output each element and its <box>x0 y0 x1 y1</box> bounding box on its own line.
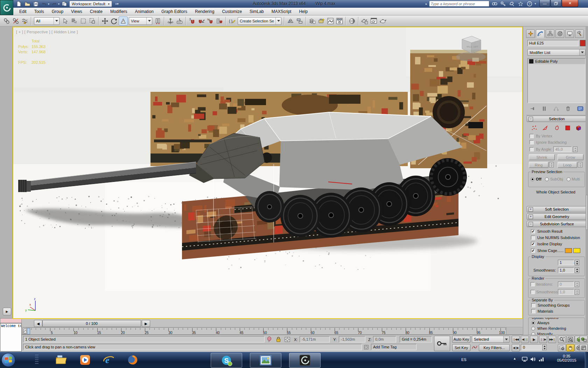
isoline-display-checkbox[interactable]: ✓Isoline Display <box>531 242 562 246</box>
menu-rendering[interactable]: Rendering <box>191 8 218 15</box>
key-mode-toggle[interactable]: ◀❘▶ <box>512 344 520 352</box>
project-folder-icon[interactable] <box>61 1 68 7</box>
expand-tray-icon[interactable]: ▶ <box>3 308 11 315</box>
perspective-viewport[interactable]: BACK LEFT z x y <box>13 27 522 318</box>
rendered-frame-window-icon[interactable] <box>369 16 378 26</box>
rollout-soft-selection[interactable]: +Soft Selection <box>527 206 586 212</box>
render-smoothness-spinner[interactable] <box>575 289 579 295</box>
menu-tools[interactable]: Tools <box>30 8 48 15</box>
menu-create[interactable]: Create <box>86 8 106 15</box>
previous-frame-button[interactable]: ◀❘❘ <box>521 336 529 343</box>
mirror-icon[interactable] <box>286 16 295 26</box>
make-unique-icon[interactable] <box>553 106 559 111</box>
go-to-start-button[interactable]: ❘◀◀ <box>512 336 520 343</box>
tray-network-icon[interactable] <box>538 356 545 362</box>
minimize-button[interactable]: — <box>539 0 550 7</box>
current-frame-field[interactable]: 0 <box>521 344 542 350</box>
pin-stack-icon[interactable] <box>530 106 535 111</box>
menu-simlab[interactable]: SimLab <box>246 8 268 15</box>
key-filters-button[interactable]: Key Filters... <box>479 344 510 351</box>
help-dropdown-icon[interactable]: ▾ <box>535 2 536 5</box>
display-iterations-spinner[interactable] <box>575 260 579 265</box>
render-iterations-field[interactable]: 0 <box>558 281 574 287</box>
by-vertex-checkbox[interactable]: By Vertex <box>530 134 552 138</box>
menu-graph-editors[interactable]: Graph Editors <box>158 8 191 15</box>
show-desktop-button[interactable] <box>585 352 588 368</box>
taskbar-photoviewer-icon[interactable] <box>250 353 281 368</box>
smooth-result-checkbox[interactable]: ✓Smooth Result <box>531 229 562 233</box>
absolute-offset-toggle-icon[interactable] <box>284 336 290 342</box>
search-expand-icon[interactable]: ▸ <box>426 2 427 6</box>
cage-color-swatch[interactable] <box>565 248 572 253</box>
select-by-name-icon[interactable] <box>70 16 79 26</box>
save-file-icon[interactable] <box>32 1 39 7</box>
ring-button[interactable]: Ring <box>529 162 548 168</box>
add-time-tag-field[interactable]: Add Time Tag <box>371 344 416 350</box>
auto-key-button[interactable]: Auto Key <box>452 336 470 343</box>
redo-dropdown-icon[interactable]: ▾ <box>58 2 59 6</box>
play-button[interactable]: ▶ <box>530 336 538 343</box>
menu-help[interactable]: Help <box>295 8 312 15</box>
show-cage-checkbox[interactable]: ✓Show Cage...... <box>531 248 580 253</box>
rollout-subdivision-surface[interactable]: −Subdivision Surface <box>527 221 586 227</box>
align-icon[interactable] <box>295 16 304 26</box>
by-angle-checkbox[interactable] <box>530 147 534 151</box>
render-smoothness-field[interactable]: 1,0 <box>558 289 574 295</box>
maximize-viewport-toggle-icon[interactable] <box>580 344 588 352</box>
selection-filter-dropdown[interactable]: All <box>34 17 59 25</box>
preview-off-radio[interactable] <box>531 177 534 181</box>
key-filters-curve-icon[interactable] <box>472 345 477 350</box>
preview-subobj-radio[interactable] <box>545 177 549 181</box>
menu-animation[interactable]: Animation <box>131 8 158 15</box>
polygon-subobject-icon[interactable] <box>565 125 571 131</box>
rectangular-selection-icon[interactable] <box>79 16 88 26</box>
toolbar-flyout-icon[interactable]: ≡▾ <box>113 1 120 7</box>
communication-center-icon[interactable] <box>509 1 516 7</box>
menu-maxscript[interactable]: MAXScript <box>268 8 295 15</box>
go-to-end-button[interactable]: ▶▶❘ <box>548 336 556 343</box>
tray-expand-icon[interactable]: ▲ <box>513 357 516 360</box>
x-coordinate-field[interactable]: -5,171m <box>300 336 330 342</box>
loop-button[interactable]: Loop <box>558 162 577 168</box>
select-and-rotate-icon[interactable] <box>110 16 119 26</box>
new-file-icon[interactable] <box>15 1 22 7</box>
frame-spinner[interactable] <box>542 345 547 350</box>
display-iterations-field[interactable]: 1 <box>558 260 574 265</box>
grow-button[interactable]: Grow <box>558 154 583 160</box>
zoom-icon[interactable] <box>558 336 566 343</box>
edge-subobject-icon[interactable] <box>542 125 548 131</box>
y-coordinate-field[interactable]: -1,503m <box>339 336 365 342</box>
angle-snap-icon[interactable] <box>197 16 206 26</box>
language-indicator[interactable]: ES <box>461 357 467 362</box>
tab-motion[interactable] <box>555 29 564 38</box>
viewport-label[interactable]: [ + ] [ Perspective ] [ Hidden Line ] <box>16 30 78 34</box>
selection-lock-icon[interactable] <box>276 336 281 342</box>
named-selection-dropdown[interactable]: Create Selection Se <box>238 17 281 25</box>
select-and-scale-icon[interactable] <box>119 16 128 26</box>
select-and-manipulate-icon[interactable] <box>166 16 175 26</box>
modifier-stack[interactable]: Editable Poly <box>527 58 586 103</box>
tab-utilities[interactable] <box>575 29 584 38</box>
keyboard-override-icon[interactable] <box>175 16 184 26</box>
help-icon[interactable]: ? <box>526 1 533 7</box>
element-subobject-icon[interactable] <box>575 125 582 131</box>
curve-editor-icon[interactable] <box>326 16 335 26</box>
edit-named-selection-sets-icon[interactable]: { } <box>227 16 237 26</box>
smoothing-groups-checkbox[interactable]: Smoothing Groups <box>531 303 570 307</box>
previous-frame-arrow[interactable]: ◀ <box>34 320 42 327</box>
next-frame-button[interactable]: ❘❘▶ <box>539 336 547 343</box>
display-smoothness-spinner[interactable] <box>575 267 579 273</box>
configure-modifier-sets-icon[interactable] <box>577 106 583 111</box>
menu-modifiers[interactable]: Modifiers <box>106 8 131 15</box>
next-frame-arrow[interactable]: ▶ <box>142 320 150 327</box>
favorites-star-icon[interactable] <box>517 1 524 7</box>
by-angle-spinner[interactable] <box>573 146 578 152</box>
render-setup-icon[interactable] <box>360 16 369 26</box>
panel-scrollbar[interactable] <box>586 27 588 335</box>
tab-modify[interactable] <box>536 29 545 38</box>
ring-spinner[interactable] <box>549 162 554 168</box>
object-name-field[interactable]: Hull E25 <box>527 40 579 46</box>
undo-dropdown-icon[interactable]: ▾ <box>48 2 49 6</box>
current-frame-indicator[interactable] <box>27 328 30 334</box>
open-file-icon[interactable] <box>24 1 31 7</box>
